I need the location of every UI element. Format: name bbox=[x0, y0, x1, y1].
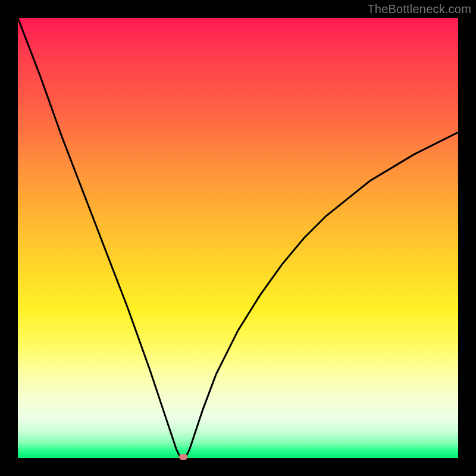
curve-layer bbox=[18, 18, 458, 458]
plot-area bbox=[18, 18, 458, 458]
bottleneck-curve bbox=[18, 18, 458, 458]
watermark-text: TheBottleneck.com bbox=[367, 2, 471, 16]
chart-frame: TheBottleneck.com bbox=[0, 0, 476, 476]
optimum-marker bbox=[179, 454, 187, 460]
